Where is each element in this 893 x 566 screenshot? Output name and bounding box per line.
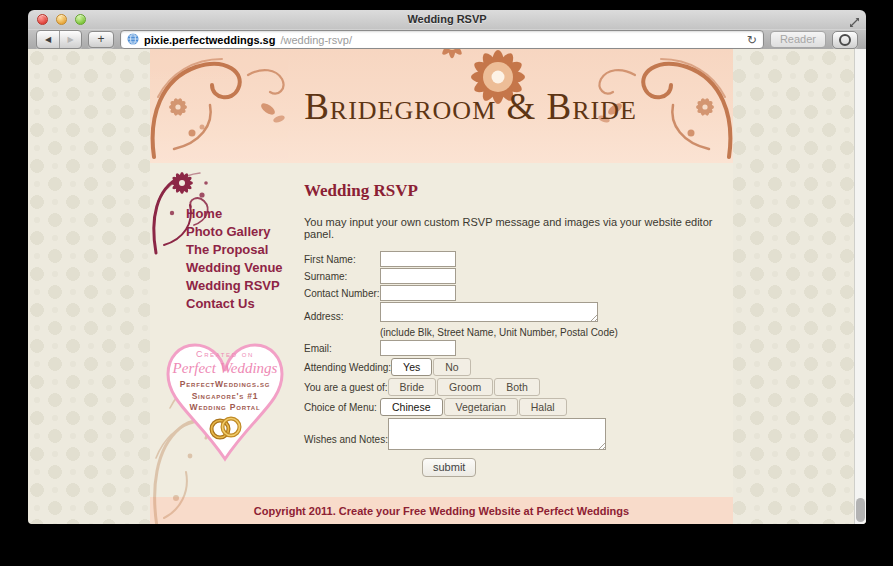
perfect-weddings-badge[interactable]: Created on Perfect Weddings PerfectWeddi… [163,335,287,469]
vertical-scrollbar[interactable] [854,49,866,524]
nav-item-wedding-venue[interactable]: Wedding Venue [186,261,283,274]
site-nav: Home Photo Gallery The Proposal Wedding … [186,207,283,315]
nav-item-wedding-rsvp[interactable]: Wedding RSVP [186,279,283,292]
rsvp-form: First Name: Surname: Contact Number: [304,251,723,477]
window-title: Wedding RSVP [28,10,866,29]
address-label: Address: [304,302,380,322]
first-name-field[interactable] [380,251,456,267]
browser-toolbar: ◀ ▶ + pixie.perfectweddings.sg/wedding-r… [28,30,866,49]
traffic-lights [37,14,86,25]
first-name-label: First Name: [304,254,380,265]
menu-row: Choice of Menu: Chinese Vegetarian Halal [304,398,723,416]
nav-item-the-proposal[interactable]: The Proposal [186,243,283,256]
zoom-button[interactable] [75,14,86,25]
wishes-field[interactable] [388,418,606,450]
menu-halal-button[interactable]: Halal [519,398,567,416]
guest-of-label: You are a guest of: [304,382,388,393]
badge-tagline-1: Singapore's #1 [163,392,287,401]
attending-yes-button[interactable]: Yes [391,358,432,376]
scrollbar-thumb[interactable] [856,498,865,522]
intro-text: You may input your own custom RSVP messa… [304,216,723,240]
circle-icon [839,34,851,46]
history-nav-group: ◀ ▶ [36,30,82,49]
attending-label: Attending Wedding: [304,362,391,373]
wishes-row: Wishes and Notes: [304,418,723,450]
badge-brand: Perfect Weddings [163,361,287,376]
site-title: Bridegroom & Bride [150,85,733,128]
address-row: Address: (include Blk, Street Name, Unit… [304,302,723,339]
badge-tagline-2: Wedding Portal [163,403,287,412]
email-label: Email: [304,343,380,354]
nav-item-photo-gallery[interactable]: Photo Gallery [186,225,283,238]
submit-row: submit [304,457,723,477]
guest-both-button[interactable]: Both [494,378,540,396]
url-host: pixie.perfectweddings.sg [144,34,275,46]
page-viewport: Bridegroom & Bride [28,49,866,524]
wishes-label: Wishes and Notes: [304,434,388,450]
surname-row: Surname: [304,268,723,284]
contact-number-field[interactable] [380,285,456,301]
wedding-rings-icon [163,415,287,444]
surname-label: Surname: [304,271,380,282]
menu-vegetarian-button[interactable]: Vegetarian [444,398,518,416]
site-footer: Copyright 2011. Create your Free Wedding… [150,497,733,524]
nav-item-contact-us[interactable]: Contact Us [186,297,283,310]
sidebar: Home Photo Gallery The Proposal Wedding … [150,163,300,497]
fullscreen-icon[interactable] [849,14,860,32]
url-field[interactable]: pixie.perfectweddings.sg/wedding-rsvp/ ↻ [120,30,764,49]
badge-created-on: Created on [163,350,287,359]
contact-number-row: Contact Number: [304,285,723,301]
email-field[interactable] [380,340,456,356]
url-path: /wedding-rsvp/ [280,34,352,46]
submit-button[interactable]: submit [422,458,476,477]
window-titlebar[interactable]: Wedding RSVP [28,10,866,30]
address-field[interactable] [380,302,598,322]
browser-chrome: Wedding RSVP ◀ ▶ + pixie.perfectweddings… [28,10,866,50]
browser-window: Wedding RSVP ◀ ▶ + pixie.perfectweddings… [28,10,866,524]
downloads-button[interactable] [832,31,858,49]
back-button[interactable]: ◀ [37,31,59,48]
forward-button[interactable]: ▶ [59,31,81,48]
page-title: Wedding RSVP [304,181,723,201]
guest-bride-button[interactable]: Bride [388,378,437,396]
site-header: Bridegroom & Bride [150,49,733,163]
refresh-icon[interactable]: ↻ [747,34,757,46]
close-button[interactable] [37,14,48,25]
new-tab-button[interactable]: + [88,31,114,48]
badge-text: Created on Perfect Weddings PerfectWeddi… [163,335,287,469]
copyright-text: Copyright 2011. Create your Free Wedding… [254,505,629,517]
attending-row: Attending Wedding: Yes No [304,358,723,376]
menu-chinese-button[interactable]: Chinese [380,398,443,416]
surname-field[interactable] [380,268,456,284]
attending-no-button[interactable]: No [433,358,470,376]
guest-of-row: You are a guest of: Bride Groom Both [304,378,723,396]
site-body: Home Photo Gallery The Proposal Wedding … [150,163,733,497]
first-name-row: First Name: [304,251,723,267]
menu-label: Choice of Menu: [304,402,380,413]
nav-item-home[interactable]: Home [186,207,283,220]
main-content: Wedding RSVP You may input your own cust… [300,163,733,497]
address-hint: (include Blk, Street Name, Unit Number, … [380,327,618,338]
reader-button[interactable]: Reader [770,31,826,48]
wedding-site-page: Bridegroom & Bride [150,49,733,524]
globe-icon [127,33,139,47]
guest-groom-button[interactable]: Groom [437,378,493,396]
minimize-button[interactable] [56,14,67,25]
email-row: Email: [304,340,723,356]
contact-number-label: Contact Number: [304,288,380,299]
desktop-background: Wedding RSVP ◀ ▶ + pixie.perfectweddings… [0,0,893,566]
badge-domain: PerfectWeddings.sg [163,380,287,389]
